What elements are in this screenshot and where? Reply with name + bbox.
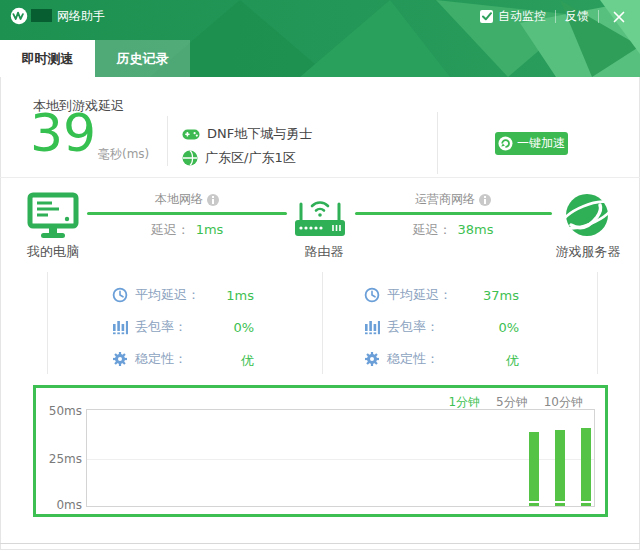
latency-chart-panel: 1分钟 5分钟 10分钟 50ms 25ms 0ms	[33, 385, 608, 517]
local-latency-label: 延迟：	[151, 222, 190, 237]
auto-monitor-checkbox[interactable]	[480, 10, 493, 23]
stat-value: 0%	[180, 320, 254, 335]
window-bottom-edge	[0, 543, 640, 544]
brand-block	[31, 9, 52, 22]
info-icon[interactable]	[479, 194, 491, 206]
local-network-line	[87, 212, 287, 215]
local-network-label: 本地网络	[117, 191, 257, 208]
header: 网络助手 自动监控 反馈 即时测速 历史记录	[0, 0, 640, 77]
bar-isp-segment	[529, 432, 539, 501]
local-network-label-text: 本地网络	[155, 191, 203, 208]
close-button[interactable]	[610, 9, 628, 25]
y-tick-50ms: 50ms	[40, 404, 82, 418]
router-icon	[294, 196, 346, 240]
latency-value: 39	[30, 107, 96, 159]
divider	[597, 272, 598, 374]
app-title: 网络助手	[57, 8, 105, 25]
latency-unit: 毫秒(ms)	[98, 146, 149, 163]
app-window: 网络助手 自动监控 反馈 即时测速 历史记录 本地到游戏延迟 39 毫秒	[0, 0, 640, 550]
latency-bar	[529, 432, 539, 506]
computer-icon	[27, 192, 79, 242]
divider	[555, 10, 556, 23]
stat-value: 37ms	[445, 288, 519, 303]
isp-network-label: 运营商网络	[383, 191, 523, 208]
stat-value: 1ms	[180, 288, 254, 303]
close-icon	[613, 11, 625, 23]
divider	[167, 116, 168, 166]
bar-local-segment	[529, 503, 539, 506]
node-label-computer: 我的电脑	[13, 243, 93, 261]
auto-monitor-label[interactable]: 自动监控	[498, 8, 546, 25]
info-icon[interactable]	[207, 194, 219, 206]
divider	[322, 272, 323, 374]
tab-history[interactable]: 历史记录	[95, 40, 190, 77]
node-label-server: 游戏服务器	[548, 243, 628, 261]
tab-instant-speedtest[interactable]: 即时测速	[0, 40, 95, 77]
gamepad-icon	[182, 128, 200, 141]
server-globe-icon	[557, 189, 617, 241]
stat-label: 平均延迟：	[387, 286, 452, 304]
divider	[47, 272, 48, 374]
gear-icon	[112, 351, 128, 367]
divider	[437, 112, 438, 174]
packet-loss-icon	[364, 319, 380, 335]
bar-local-segment	[581, 503, 591, 506]
app-logo-icon	[10, 7, 28, 25]
isp-latency-value: 38ms	[458, 222, 494, 237]
divider	[598, 10, 599, 23]
latency-bar	[555, 430, 565, 506]
game-region: 广东区/广东1区	[205, 149, 296, 167]
gear-icon	[364, 351, 380, 367]
local-latency-value: 1ms	[196, 222, 224, 237]
feedback-link[interactable]: 反馈	[565, 8, 589, 25]
isp-network-label-text: 运营商网络	[415, 191, 475, 208]
isp-latency: 延迟：38ms	[383, 221, 523, 239]
isp-network-line	[355, 212, 552, 215]
node-label-router: 路由器	[284, 243, 364, 261]
globe-icon	[182, 150, 198, 166]
y-tick-25ms: 25ms	[40, 452, 82, 466]
latency-bar	[581, 428, 591, 506]
clock-icon	[364, 287, 380, 303]
isp-latency-label: 延迟：	[413, 222, 452, 237]
bar-local-segment	[555, 503, 565, 506]
check-icon	[482, 12, 492, 21]
boost-button-label: 一键加速	[517, 135, 565, 152]
packet-loss-icon	[112, 319, 128, 335]
game-name: DNF地下城与勇士	[207, 125, 312, 143]
plot-area	[86, 409, 595, 507]
y-tick-0ms: 0ms	[40, 498, 82, 512]
stat-label: 稳定性：	[387, 350, 439, 368]
stat-value: 优	[180, 352, 254, 370]
boost-button[interactable]: 一键加速	[495, 132, 568, 155]
gridline-25ms	[87, 459, 594, 460]
clock-icon	[112, 287, 128, 303]
stat-label: 丢包率：	[387, 318, 439, 336]
boost-icon	[498, 136, 513, 151]
stat-value: 0%	[445, 320, 519, 335]
divider	[0, 177, 640, 178]
stat-value: 优	[445, 352, 519, 370]
tab-bar: 即时测速 历史记录	[0, 40, 190, 77]
local-latency: 延迟：1ms	[117, 221, 257, 239]
bar-isp-segment	[581, 428, 591, 501]
bar-isp-segment	[555, 430, 565, 501]
